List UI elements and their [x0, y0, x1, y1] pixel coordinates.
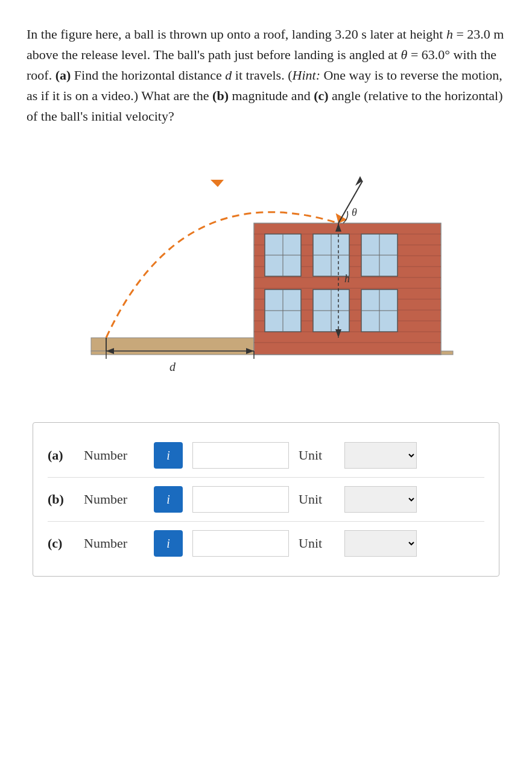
- physics-diagram: θ h d: [73, 145, 459, 398]
- svg-marker-33: [211, 180, 224, 187]
- unit-select-b[interactable]: m/s km/s ft/s: [344, 486, 417, 513]
- info-button-a[interactable]: i: [154, 442, 183, 469]
- unit-label-c: Unit: [299, 536, 335, 551]
- answer-row-b: (b) Number i Unit m/s km/s ft/s: [48, 478, 484, 522]
- unit-select-a[interactable]: m cm km ft: [344, 442, 417, 469]
- number-input-c[interactable]: [192, 530, 289, 557]
- unit-label-a: Unit: [299, 448, 335, 463]
- problem-text: In the figure here, a ball is thrown up …: [27, 24, 505, 127]
- svg-rect-0: [91, 338, 254, 351]
- row-label-a: (a): [48, 448, 74, 463]
- answer-row-c: (c) Number i Unit ° rad: [48, 522, 484, 565]
- info-button-c[interactable]: i: [154, 530, 183, 557]
- unit-label-b: Unit: [299, 492, 335, 507]
- theta-label: θ: [352, 206, 357, 218]
- row-label-c: (c): [48, 536, 74, 551]
- info-button-b[interactable]: i: [154, 486, 183, 513]
- unit-select-c[interactable]: ° rad: [344, 530, 417, 557]
- answer-row-a: (a) Number i Unit m cm km ft: [48, 434, 484, 478]
- number-input-a[interactable]: [192, 442, 289, 469]
- number-label-a: Number: [84, 448, 144, 463]
- number-input-b[interactable]: [192, 486, 289, 513]
- row-label-b: (b): [48, 492, 74, 507]
- svg-marker-35: [355, 176, 363, 186]
- h-label: h: [344, 273, 350, 285]
- answer-table: (a) Number i Unit m cm km ft (b) Number …: [33, 422, 499, 577]
- number-label-c: Number: [84, 536, 144, 551]
- number-label-b: Number: [84, 492, 144, 507]
- d-label: d: [169, 360, 176, 373]
- diagram-container: θ h d: [27, 145, 505, 398]
- svg-line-34: [338, 181, 363, 223]
